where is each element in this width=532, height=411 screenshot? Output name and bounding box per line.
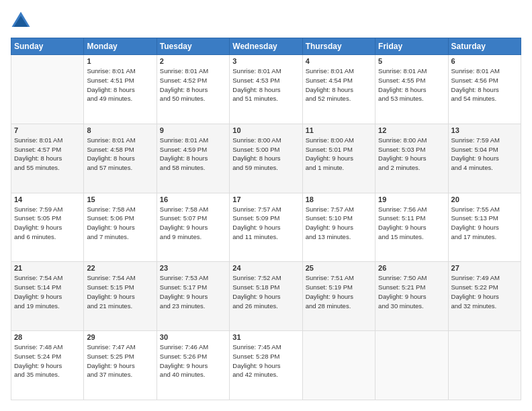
day-number: 31 bbox=[232, 333, 299, 341]
day-info: Sunrise: 7:58 AM Sunset: 5:07 PM Dayligh… bbox=[160, 205, 226, 242]
day-number: 19 bbox=[378, 195, 445, 203]
calendar-day-header: Tuesday bbox=[157, 38, 229, 55]
day-info: Sunrise: 7:50 AM Sunset: 5:21 PM Dayligh… bbox=[378, 273, 445, 310]
day-number: 27 bbox=[451, 264, 518, 272]
day-info: Sunrise: 8:00 AM Sunset: 5:01 PM Dayligh… bbox=[306, 136, 372, 173]
calendar-cell: 7Sunrise: 8:01 AM Sunset: 4:57 PM Daylig… bbox=[11, 124, 84, 193]
day-info: Sunrise: 8:01 AM Sunset: 4:58 PM Dayligh… bbox=[87, 136, 153, 173]
calendar-table: SundayMondayTuesdayWednesdayThursdayFrid… bbox=[11, 38, 521, 400]
day-info: Sunrise: 8:01 AM Sunset: 4:55 PM Dayligh… bbox=[378, 66, 445, 103]
day-info: Sunrise: 7:55 AM Sunset: 5:13 PM Dayligh… bbox=[451, 205, 518, 242]
day-number: 11 bbox=[306, 126, 372, 134]
calendar-week-row: 1Sunrise: 8:01 AM Sunset: 4:51 PM Daylig… bbox=[11, 55, 521, 124]
day-number: 4 bbox=[306, 57, 372, 65]
calendar-day-header: Sunday bbox=[11, 38, 84, 55]
calendar-cell: 4Sunrise: 8:01 AM Sunset: 4:54 PM Daylig… bbox=[302, 55, 375, 124]
calendar-cell: 18Sunrise: 7:57 AM Sunset: 5:10 PM Dayli… bbox=[302, 193, 375, 262]
calendar-cell: 2Sunrise: 8:01 AM Sunset: 4:52 PM Daylig… bbox=[157, 55, 229, 124]
calendar-cell: 1Sunrise: 8:01 AM Sunset: 4:51 PM Daylig… bbox=[84, 55, 157, 124]
day-number: 20 bbox=[451, 195, 518, 203]
day-info: Sunrise: 7:59 AM Sunset: 5:04 PM Dayligh… bbox=[451, 136, 518, 173]
calendar-cell: 14Sunrise: 7:59 AM Sunset: 5:05 PM Dayli… bbox=[11, 193, 84, 262]
day-number: 24 bbox=[232, 264, 299, 272]
calendar-day-header: Friday bbox=[375, 38, 448, 55]
day-info: Sunrise: 8:01 AM Sunset: 4:57 PM Dayligh… bbox=[14, 136, 81, 173]
calendar-cell: 26Sunrise: 7:50 AM Sunset: 5:21 PM Dayli… bbox=[375, 262, 448, 331]
day-info: Sunrise: 7:45 AM Sunset: 5:28 PM Dayligh… bbox=[232, 342, 299, 379]
calendar-day-header: Saturday bbox=[448, 38, 521, 55]
calendar-cell: 6Sunrise: 8:01 AM Sunset: 4:56 PM Daylig… bbox=[448, 55, 521, 124]
day-number: 12 bbox=[378, 126, 445, 134]
day-info: Sunrise: 7:52 AM Sunset: 5:18 PM Dayligh… bbox=[232, 273, 299, 310]
calendar-cell: 23Sunrise: 7:53 AM Sunset: 5:17 PM Dayli… bbox=[157, 262, 229, 331]
day-info: Sunrise: 8:01 AM Sunset: 4:51 PM Dayligh… bbox=[87, 66, 153, 103]
calendar-cell bbox=[448, 331, 521, 400]
calendar-week-row: 21Sunrise: 7:54 AM Sunset: 5:14 PM Dayli… bbox=[11, 262, 521, 331]
calendar-cell bbox=[302, 331, 375, 400]
calendar-cell: 15Sunrise: 7:58 AM Sunset: 5:06 PM Dayli… bbox=[84, 193, 157, 262]
calendar-cell: 10Sunrise: 8:00 AM Sunset: 5:00 PM Dayli… bbox=[230, 124, 302, 193]
calendar-cell: 29Sunrise: 7:47 AM Sunset: 5:25 PM Dayli… bbox=[84, 331, 157, 400]
day-info: Sunrise: 8:00 AM Sunset: 5:03 PM Dayligh… bbox=[378, 136, 445, 173]
calendar-day-header: Wednesday bbox=[230, 38, 302, 55]
day-info: Sunrise: 7:56 AM Sunset: 5:11 PM Dayligh… bbox=[378, 205, 445, 242]
calendar-cell: 31Sunrise: 7:45 AM Sunset: 5:28 PM Dayli… bbox=[230, 331, 302, 400]
day-info: Sunrise: 7:47 AM Sunset: 5:25 PM Dayligh… bbox=[87, 342, 153, 379]
calendar-cell: 22Sunrise: 7:54 AM Sunset: 5:15 PM Dayli… bbox=[84, 262, 157, 331]
day-info: Sunrise: 7:51 AM Sunset: 5:19 PM Dayligh… bbox=[306, 273, 372, 310]
day-number: 18 bbox=[306, 195, 372, 203]
day-info: Sunrise: 7:48 AM Sunset: 5:24 PM Dayligh… bbox=[14, 342, 81, 379]
day-number: 16 bbox=[160, 195, 226, 203]
calendar-cell bbox=[375, 331, 448, 400]
logo-icon bbox=[11, 11, 31, 31]
day-info: Sunrise: 8:01 AM Sunset: 4:53 PM Dayligh… bbox=[232, 66, 299, 103]
calendar-cell: 25Sunrise: 7:51 AM Sunset: 5:19 PM Dayli… bbox=[302, 262, 375, 331]
day-number: 26 bbox=[378, 264, 445, 272]
day-info: Sunrise: 7:58 AM Sunset: 5:06 PM Dayligh… bbox=[87, 205, 153, 242]
logo bbox=[11, 11, 32, 31]
calendar-cell: 28Sunrise: 7:48 AM Sunset: 5:24 PM Dayli… bbox=[11, 331, 84, 400]
calendar-week-row: 28Sunrise: 7:48 AM Sunset: 5:24 PM Dayli… bbox=[11, 331, 521, 400]
day-number: 9 bbox=[160, 126, 226, 134]
day-number: 25 bbox=[306, 264, 372, 272]
calendar-cell bbox=[11, 55, 84, 124]
calendar-cell: 16Sunrise: 7:58 AM Sunset: 5:07 PM Dayli… bbox=[157, 193, 229, 262]
calendar-cell: 5Sunrise: 8:01 AM Sunset: 4:55 PM Daylig… bbox=[375, 55, 448, 124]
calendar-cell: 24Sunrise: 7:52 AM Sunset: 5:18 PM Dayli… bbox=[230, 262, 302, 331]
day-number: 7 bbox=[14, 126, 81, 134]
calendar-header-row: SundayMondayTuesdayWednesdayThursdayFrid… bbox=[11, 38, 521, 55]
calendar-cell: 21Sunrise: 7:54 AM Sunset: 5:14 PM Dayli… bbox=[11, 262, 84, 331]
day-number: 1 bbox=[87, 57, 153, 65]
day-info: Sunrise: 7:54 AM Sunset: 5:15 PM Dayligh… bbox=[87, 273, 153, 310]
calendar-cell: 13Sunrise: 7:59 AM Sunset: 5:04 PM Dayli… bbox=[448, 124, 521, 193]
day-number: 2 bbox=[160, 57, 226, 65]
day-number: 23 bbox=[160, 264, 226, 272]
calendar-cell: 11Sunrise: 8:00 AM Sunset: 5:01 PM Dayli… bbox=[302, 124, 375, 193]
calendar-week-row: 7Sunrise: 8:01 AM Sunset: 4:57 PM Daylig… bbox=[11, 124, 521, 193]
day-number: 22 bbox=[87, 264, 153, 272]
day-number: 5 bbox=[378, 57, 445, 65]
day-number: 21 bbox=[14, 264, 81, 272]
calendar-cell: 8Sunrise: 8:01 AM Sunset: 4:58 PM Daylig… bbox=[84, 124, 157, 193]
day-info: Sunrise: 8:01 AM Sunset: 4:52 PM Dayligh… bbox=[160, 66, 226, 103]
day-number: 30 bbox=[160, 333, 226, 341]
day-info: Sunrise: 7:57 AM Sunset: 5:10 PM Dayligh… bbox=[306, 205, 372, 242]
calendar-cell: 12Sunrise: 8:00 AM Sunset: 5:03 PM Dayli… bbox=[375, 124, 448, 193]
calendar-cell: 27Sunrise: 7:49 AM Sunset: 5:22 PM Dayli… bbox=[448, 262, 521, 331]
day-info: Sunrise: 8:01 AM Sunset: 4:56 PM Dayligh… bbox=[451, 66, 518, 103]
calendar-cell: 19Sunrise: 7:56 AM Sunset: 5:11 PM Dayli… bbox=[375, 193, 448, 262]
day-info: Sunrise: 7:46 AM Sunset: 5:26 PM Dayligh… bbox=[160, 342, 226, 379]
day-info: Sunrise: 8:00 AM Sunset: 5:00 PM Dayligh… bbox=[232, 136, 299, 173]
day-info: Sunrise: 7:59 AM Sunset: 5:05 PM Dayligh… bbox=[14, 205, 81, 242]
day-info: Sunrise: 8:01 AM Sunset: 4:59 PM Dayligh… bbox=[160, 136, 226, 173]
day-info: Sunrise: 7:57 AM Sunset: 5:09 PM Dayligh… bbox=[232, 205, 299, 242]
calendar-day-header: Monday bbox=[84, 38, 157, 55]
day-number: 15 bbox=[87, 195, 153, 203]
day-number: 3 bbox=[232, 57, 299, 65]
calendar-cell: 3Sunrise: 8:01 AM Sunset: 4:53 PM Daylig… bbox=[230, 55, 302, 124]
calendar-week-row: 14Sunrise: 7:59 AM Sunset: 5:05 PM Dayli… bbox=[11, 193, 521, 262]
day-number: 13 bbox=[451, 126, 518, 134]
calendar-cell: 30Sunrise: 7:46 AM Sunset: 5:26 PM Dayli… bbox=[157, 331, 229, 400]
header bbox=[11, 11, 521, 31]
day-info: Sunrise: 8:01 AM Sunset: 4:54 PM Dayligh… bbox=[306, 66, 372, 103]
